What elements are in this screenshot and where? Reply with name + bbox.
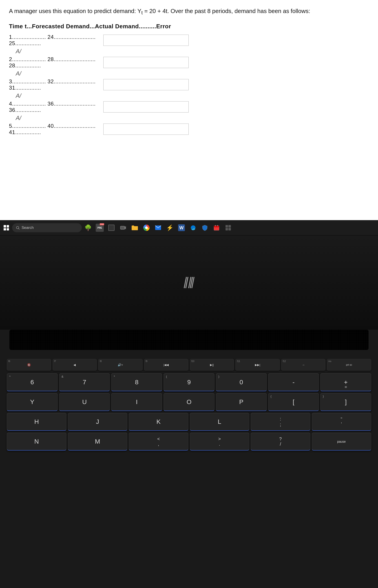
- nm-key-row: N M < , > . ? / pause: [4, 433, 374, 451]
- symbol-2: A/: [16, 70, 21, 77]
- search-label: Search: [22, 226, 34, 230]
- key-period[interactable]: > .: [190, 433, 250, 451]
- svg-point-0: [16, 227, 19, 229]
- key-k[interactable]: K: [129, 413, 189, 431]
- fn-key-row: f6 🔇 f7 ◀ f8 🔊+ f9 |◀◀ f10 ▶|| f11 ▶▶|: [4, 359, 374, 371]
- symbol-3: A/: [16, 92, 21, 99]
- windows-logo-icon: [4, 225, 9, 230]
- key-i[interactable]: I: [111, 393, 162, 411]
- taskbar-tree-app[interactable]: 🌳: [83, 222, 94, 233]
- row-label-4: 4..................... 36...............…: [9, 101, 103, 113]
- laptop-body: f6 🔇 f7 ◀ f8 🔊+ f9 |◀◀ f10 ▶|| f11 ▶▶|: [0, 235, 378, 588]
- key-f9[interactable]: f9 |◀◀: [144, 359, 189, 371]
- symbol-4: A/: [16, 115, 21, 121]
- prtsc-label: prt sc: [346, 363, 352, 366]
- data-row-4: 4..................... 36...............…: [9, 101, 369, 113]
- key-slash[interactable]: ? /: [251, 433, 310, 451]
- taskbar-word-app[interactable]: W: [176, 222, 187, 233]
- key-prtsc[interactable]: ins prt sc: [327, 359, 371, 371]
- symbol-row-3: A/: [16, 92, 369, 99]
- key-n[interactable]: N: [7, 433, 67, 451]
- taskbar: Search 🌳 PRE PRE: [0, 220, 378, 235]
- key-pause[interactable]: pause: [312, 433, 371, 451]
- error-input-2[interactable]: [103, 57, 189, 68]
- key-rbracket[interactable]: } ]: [320, 393, 371, 411]
- search-bar[interactable]: Search: [12, 223, 82, 232]
- svg-rect-12: [229, 228, 231, 230]
- symbol-row-4: A/: [16, 115, 369, 121]
- calendar-icon: [213, 225, 220, 231]
- data-row-3: 3..................... 32...............…: [9, 78, 369, 91]
- svg-rect-11: [226, 228, 228, 230]
- svg-marker-3: [125, 226, 126, 229]
- key-f8[interactable]: f8 🔊+: [98, 359, 143, 371]
- row-label-5: 5..................... 40...............…: [9, 123, 103, 135]
- folder-icon: [131, 225, 138, 231]
- data-row-5: 5..................... 40...............…: [9, 123, 369, 135]
- data-row-2: 2..................... 28...............…: [9, 56, 369, 69]
- shield-icon: [202, 225, 208, 231]
- screen-area: A manager uses this equation to predict …: [0, 0, 378, 220]
- key-f12[interactable]: f12 →: [281, 359, 326, 371]
- key-0[interactable]: ) 0: [216, 373, 267, 391]
- hp-logo-icon: [180, 271, 198, 294]
- error-input-3[interactable]: [103, 79, 189, 90]
- taskbar-shield-app[interactable]: [200, 222, 210, 233]
- key-quote[interactable]: " ': [312, 413, 371, 431]
- row-label-1: 1..................... 24...............…: [9, 34, 103, 46]
- key-7[interactable]: & 7: [59, 373, 110, 391]
- key-m[interactable]: M: [68, 433, 128, 451]
- key-f7[interactable]: f7 ◀: [53, 359, 97, 371]
- svg-rect-6: [214, 226, 219, 227]
- taskbar-folder-app[interactable]: [129, 222, 140, 233]
- taskbar-camera-app[interactable]: [118, 222, 128, 233]
- taskbar-edge-app[interactable]: [188, 222, 199, 233]
- svg-line-1: [18, 228, 19, 229]
- word-icon: W: [178, 224, 185, 231]
- taskbar-square-app[interactable]: [106, 222, 117, 233]
- svg-rect-8: [217, 225, 218, 227]
- data-row-1: 1..................... 24...............…: [9, 34, 369, 46]
- key-h[interactable]: H: [7, 413, 67, 431]
- taskbar-calendar-app[interactable]: [211, 222, 222, 233]
- taskbar-mail-app[interactable]: [153, 222, 163, 233]
- key-lbracket[interactable]: { [: [268, 393, 319, 411]
- key-o[interactable]: O: [163, 393, 215, 411]
- symbol-row-1: A/: [16, 48, 369, 55]
- key-6[interactable]: ^ 6: [7, 373, 58, 391]
- key-minus[interactable]: -: [268, 373, 319, 391]
- error-input-4[interactable]: [103, 101, 189, 113]
- start-button[interactable]: [1, 223, 11, 233]
- error-input-1[interactable]: [103, 35, 189, 46]
- svg-rect-2: [120, 226, 125, 229]
- number-key-row: ^ 6 & 7 * 8 ( 9 ) 0 - +: [4, 373, 374, 391]
- taskbar-pre-app[interactable]: PRE PRE: [94, 222, 105, 233]
- svg-rect-9: [226, 225, 228, 227]
- chrome-icon: [143, 225, 149, 231]
- key-y[interactable]: Y: [7, 393, 58, 411]
- keyboard-area: f6 🔇 f7 ◀ f8 🔊+ f9 |◀◀ f10 ▶|| f11 ▶▶|: [0, 350, 378, 459]
- error-input-5[interactable]: [103, 123, 189, 135]
- grid-icon: [225, 225, 231, 231]
- taskbar-chrome-app[interactable]: [141, 222, 152, 233]
- key-semicolon[interactable]: : ;: [251, 413, 310, 431]
- taskbar-bolt-app[interactable]: ⚡: [164, 222, 175, 233]
- key-8[interactable]: * 8: [111, 373, 162, 391]
- symbol-row-2: A/: [16, 70, 369, 77]
- key-f10[interactable]: f10 ▶||: [190, 359, 234, 371]
- key-f11[interactable]: f11 ▶▶|: [235, 359, 280, 371]
- row-label-3: 3..................... 32...............…: [9, 78, 103, 91]
- key-comma[interactable]: < ,: [129, 433, 189, 451]
- key-p[interactable]: P: [216, 393, 267, 411]
- edge-icon: [190, 225, 196, 231]
- screen-bezel: [0, 235, 378, 330]
- key-l[interactable]: L: [190, 413, 250, 431]
- key-equals[interactable]: + =: [320, 373, 371, 391]
- taskbar-grid-app[interactable]: [223, 222, 234, 233]
- row-label-2: 2..................... 28...............…: [9, 56, 103, 69]
- key-u[interactable]: U: [59, 393, 110, 411]
- key-f6[interactable]: f6 🔇: [7, 359, 51, 371]
- key-j[interactable]: J: [68, 413, 128, 431]
- key-9[interactable]: ( 9: [163, 373, 215, 391]
- intro-text: A manager uses this equation to predict …: [9, 7, 369, 17]
